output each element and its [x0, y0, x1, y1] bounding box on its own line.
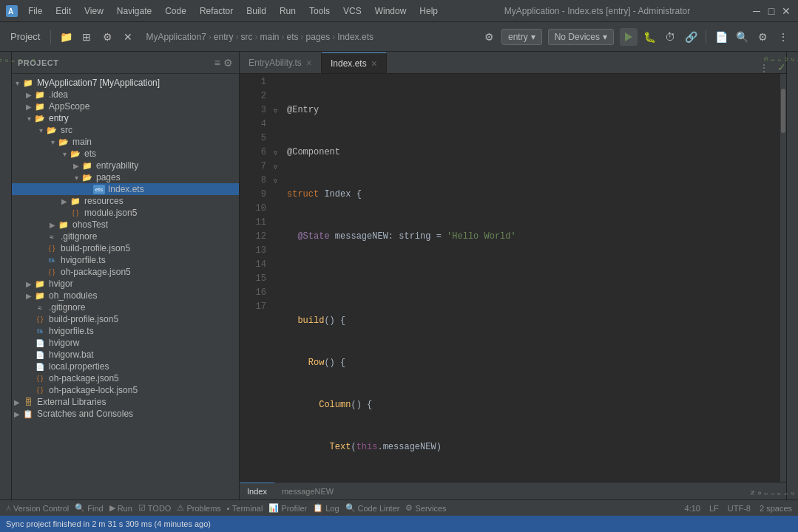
breadcrumb-src[interactable]: src	[241, 32, 253, 42]
tree-item-resources[interactable]: ▶ 📁 resources	[12, 195, 239, 207]
position-status[interactable]: 4:10	[685, 504, 700, 513]
tree-item-buildprofile2[interactable]: { } build-profile.json5	[12, 313, 239, 325]
bottom-tab-index[interactable]: Index	[240, 482, 274, 499]
layout-icon[interactable]: ⊞	[78, 28, 95, 46]
tree-item-localprop[interactable]: 📄 local.properties	[12, 361, 239, 372]
encoding-status[interactable]: UTF-8	[728, 504, 751, 513]
menu-build[interactable]: Build	[240, 4, 272, 18]
tree-item-ets[interactable]: ▾ 📂 ets	[12, 148, 239, 160]
tree-item-hvigorfile[interactable]: ts hvigorfile.ts	[12, 254, 239, 266]
tab-close-indexets[interactable]: ×	[371, 58, 377, 69]
maximize-button[interactable]: □	[765, 5, 777, 17]
tab-entryability[interactable]: EntryAbility.ts ×	[240, 52, 322, 73]
indent-status[interactable]: 2 spaces	[760, 504, 792, 513]
close-panel-icon[interactable]: ✕	[119, 28, 137, 46]
run-status-button[interactable]: ▶ Run	[109, 503, 132, 513]
structure-side-icon[interactable]: Structure	[1, 55, 11, 65]
tab-more-button[interactable]: ⋮	[754, 63, 774, 73]
more-icon[interactable]: ⋮	[774, 28, 792, 46]
settings-icon[interactable]: ⚙	[98, 28, 116, 46]
tree-item-hvigorw[interactable]: 📄 hvigorw	[12, 337, 239, 349]
problems-button[interactable]: ⚠ Problems	[177, 503, 220, 513]
notifications-right-icon[interactable]: Notifications	[748, 488, 798, 497]
tree-item-scratches[interactable]: ▶ 📋 Scratches and Consoles	[12, 408, 239, 420]
tree-item-hvigor[interactable]: ▶ 📁 hvigor	[12, 278, 239, 290]
tab-close-entryability[interactable]: ×	[306, 57, 312, 69]
lf-status[interactable]: LF	[709, 504, 719, 513]
tree-item-pages[interactable]: ▾ 📂 pages	[12, 171, 239, 183]
bottom-tab-messagenew[interactable]: messageNEW	[274, 482, 341, 499]
breadcrumb-main[interactable]: main	[260, 32, 280, 42]
breadcrumb-app[interactable]: MyApplication7	[146, 32, 206, 42]
menu-edit[interactable]: Edit	[50, 4, 77, 18]
tree-item-extlibs[interactable]: ▶ 🗄 External Libraries	[12, 396, 239, 408]
tree-item-hvigorfile2[interactable]: ts hvigorfile.ts	[12, 325, 239, 337]
breadcrumb-entry[interactable]: entry	[214, 32, 234, 42]
breadcrumb-ets[interactable]: ets	[287, 32, 299, 42]
terminal-button[interactable]: ▪ Terminal	[227, 504, 263, 513]
tree-item-main[interactable]: ▾ 📂 main	[12, 136, 239, 148]
structure-right-icon[interactable]: Structure	[761, 55, 798, 62]
profiler-button[interactable]: 📊 Profiler	[268, 503, 307, 513]
log-button[interactable]: 📋 Log	[313, 503, 339, 513]
menu-file[interactable]: File	[22, 4, 48, 18]
no-devices-dropdown[interactable]: No Devices ▾	[548, 29, 614, 45]
tree-item-ohmodules[interactable]: ▶ 📁 oh_modules	[12, 290, 239, 301]
tree-item-modulejson[interactable]: { } module.json5	[12, 207, 239, 219]
folder-icon[interactable]: 📁	[57, 28, 75, 46]
tree-item-entryability[interactable]: ▶ 📁 entryability	[12, 160, 239, 171]
settings2-icon[interactable]: ⚙	[754, 28, 771, 46]
code-editor[interactable]: 1 2 3 4 5 6 7 8 9 10 11 12 13 14 15 16 1…	[240, 74, 786, 482]
menu-run[interactable]: Run	[274, 4, 302, 18]
tree-item-ohpackagelock[interactable]: { } oh-package-lock.json5	[12, 384, 239, 396]
tree-item-ohpackage[interactable]: { } oh-package.json5	[12, 266, 239, 278]
gear-icon[interactable]: ⚙	[481, 28, 498, 46]
services-button[interactable]: ⚙ Services	[405, 503, 446, 513]
tree-item-gitignore2[interactable]: ≈ .gitignore	[12, 301, 239, 313]
project-label[interactable]: Project	[6, 30, 44, 44]
fold-3[interactable]: ▿	[269, 103, 281, 117]
codelinter-button[interactable]: 🔍 Code Linter	[345, 503, 400, 513]
fold-6[interactable]: ▿	[269, 146, 281, 160]
todo-button[interactable]: ☑ TODO	[138, 503, 172, 513]
tree-item-buildprofile[interactable]: { } build-profile.json5	[12, 242, 239, 254]
tree-item-indexets[interactable]: ets Index.ets	[12, 183, 239, 195]
menu-navigate[interactable]: Navigate	[111, 4, 158, 18]
settings-tree-icon[interactable]: ⚙	[223, 57, 233, 69]
tree-item-appscope[interactable]: ▶ 📁 AppScope	[12, 100, 239, 112]
fold-8[interactable]: ▿	[269, 174, 281, 188]
tree-item-idea[interactable]: ▶ 📁 .idea	[12, 89, 239, 100]
menu-code[interactable]: Code	[159, 4, 192, 18]
find-button[interactable]: 🔍 Find	[75, 503, 103, 513]
tree-item-gitignore[interactable]: ≈ .gitignore	[12, 231, 239, 242]
device-selector[interactable]: entry ▾	[501, 29, 542, 45]
debug-icon[interactable]: 🐛	[640, 28, 658, 46]
collapse-all-icon[interactable]: ≡	[214, 57, 220, 69]
search-file-icon[interactable]: 📄	[712, 28, 730, 46]
tree-item-ohostest[interactable]: ▶ 📁 ohosTest	[12, 219, 239, 231]
search-icon[interactable]: 🔍	[733, 28, 751, 46]
tree-item-src[interactable]: ▾ 📂 src	[12, 124, 239, 136]
breadcrumb-pages[interactable]: pages	[306, 32, 331, 42]
profile-icon[interactable]: ⏱	[661, 28, 679, 46]
close-button[interactable]: ✕	[780, 5, 792, 17]
tree-item-ohpackage2[interactable]: { } oh-package.json5	[12, 372, 239, 384]
run-button[interactable]	[620, 28, 638, 46]
scrollbar-thumb[interactable]	[781, 89, 785, 133]
fold-7[interactable]: ▿	[269, 160, 281, 174]
tree-item-hvigorwbat[interactable]: 📄 hvigorw.bat	[12, 349, 239, 361]
menu-tools[interactable]: Tools	[303, 4, 336, 18]
tree-item-myapp[interactable]: ▾ 📁 MyApplication7 [MyApplication]	[12, 77, 239, 89]
menu-help[interactable]: Help	[413, 4, 444, 18]
menu-vcs[interactable]: VCS	[337, 4, 368, 18]
code-content[interactable]: @Entry @Component struct Index { @State …	[281, 74, 780, 482]
menu-view[interactable]: View	[78, 4, 109, 18]
minimize-button[interactable]: ─	[751, 5, 763, 17]
menu-refactor[interactable]: Refactor	[194, 4, 239, 18]
vcs-button[interactable]: ⑃ Version Control	[6, 504, 69, 513]
menu-window[interactable]: Window	[369, 4, 413, 18]
editor-scrollbar[interactable]	[780, 74, 786, 482]
attach-icon[interactable]: 🔗	[682, 28, 700, 46]
tree-item-entry[interactable]: ▾ 📂 entry	[12, 112, 239, 124]
breadcrumb-indexets[interactable]: Index.ets	[337, 32, 373, 42]
